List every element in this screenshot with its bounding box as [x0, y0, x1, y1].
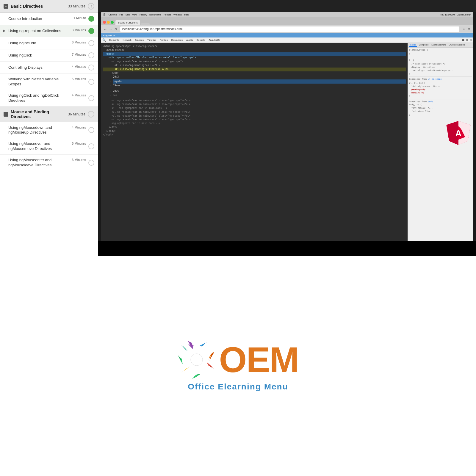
styles-tabs: Styles Computed Event Listeners DOM Brea…: [408, 43, 473, 48]
mac-menubar:  Chrome File Edit View History Bookmark…: [101, 12, 473, 18]
mac-time: Thu 11:00 AM: [440, 13, 455, 16]
tab-title: Scope Functions: [118, 21, 138, 24]
angular-badge: AngularJS: [103, 34, 115, 37]
code-line: <ul ng-repeat="car in main.cars" class="…: [103, 99, 406, 103]
devtools-tab-angularjs[interactable]: AngularJS: [207, 37, 221, 43]
collapse-icon-mouse[interactable]: −: [4, 112, 8, 117]
mac-user: David LaTour: [457, 13, 471, 16]
browser-tab-new[interactable]: [141, 23, 150, 25]
code-line: </html>: [103, 133, 406, 137]
mac-menu-window[interactable]: Window: [173, 13, 182, 16]
styles-tab-computed[interactable]: Computed: [418, 43, 430, 47]
mac-menu-chrome[interactable]: Chrome: [109, 13, 117, 16]
oem-brand-text: OEM: [219, 342, 298, 378]
settings-icon[interactable]: ⚙: [467, 27, 471, 31]
collapse-icon[interactable]: −: [4, 4, 8, 9]
mac-menu-help[interactable]: Help: [184, 13, 189, 16]
code-line: <head></head>: [103, 48, 406, 52]
section-mouse-binding[interactable]: − Mouse and Binding Directives 36 Minute…: [0, 107, 98, 122]
code-line: <ul ng-repeat="car in main.cars" class="…: [103, 114, 406, 118]
lesson-status-circle: [88, 160, 94, 166]
lesson-course-intro[interactable]: Course Introduction 1 Minute: [0, 13, 98, 25]
play-arrow-icon: [3, 29, 5, 32]
address-bar[interactable]: localhost:63342/angular-repeat/erb/index…: [120, 26, 459, 32]
section-progress-mouse: [88, 111, 94, 118]
mac-menu-file[interactable]: File: [119, 13, 123, 16]
bottom-section: OEM Office Elearning Menu: [0, 256, 476, 476]
code-line: <ul ng-repeat="car in main.cars" class="…: [103, 110, 406, 114]
svg-point-4: [191, 354, 203, 366]
devtools-tab-audits[interactable]: Audits: [185, 37, 194, 43]
lesson-ngmouseover[interactable]: Using ngMouseover and ngMousemove Direct…: [0, 138, 98, 155]
lesson-status-circle: [88, 16, 94, 22]
window-minimize-dot[interactable]: [107, 21, 110, 24]
lesson-nginclude[interactable]: Using ngInclude 6 Minutes: [0, 37, 98, 49]
lesson-name: Course Introduction: [8, 16, 71, 21]
code-line: <body>: [103, 52, 406, 56]
lesson-ngclick-ngdbl[interactable]: Using ngClick and ngDblClick Directives …: [0, 90, 98, 107]
lesson-status-circle: [88, 143, 94, 149]
lesson-ng-repeat[interactable]: Using ng-repeat on Collections 3 Minutes: [0, 25, 98, 37]
code-line: <ul ng-repeat="car in main.cars" class="…: [103, 118, 406, 122]
forward-button[interactable]: →: [109, 27, 112, 31]
lesson-name: Controlling Displays: [8, 65, 69, 70]
window-close-dot[interactable]: [103, 21, 106, 24]
browser-toolbar: ← → ↻ localhost:63342/angular-repeat/erb…: [101, 25, 473, 33]
code-panel: <html ng-app="myApp" class="ng-scope"> <…: [101, 43, 408, 248]
browser-tab-active[interactable]: Scope Functions: [115, 20, 140, 25]
lesson-status-circle: [88, 95, 94, 101]
devtools-tab-profiles[interactable]: Profiles: [158, 37, 169, 43]
styles-tab-styles[interactable]: Styles: [409, 43, 417, 47]
devtools-close-icon[interactable]: ✕: [469, 38, 472, 42]
lesson-ngclick[interactable]: Using ngClick 7 Minutes: [0, 49, 98, 62]
oem-letters: OEM: [219, 342, 298, 378]
star-icon[interactable]: ★: [462, 27, 466, 31]
mac-menu-right: Thu 11:00 AM David LaTour: [440, 13, 471, 16]
mac-menu-people[interactable]: People: [164, 13, 171, 16]
lesson-status-circle: [88, 28, 94, 34]
section-basic-directives[interactable]: − Basic Directives 33 Minutes: [0, 0, 98, 13]
browser-mockup:  Chrome File Edit View History Bookmark…: [101, 12, 473, 253]
lesson-name: Using ngMousedown and ngMouseup Directiv…: [8, 125, 69, 135]
mac-menu-edit[interactable]: Edit: [126, 13, 130, 16]
styles-tab-events[interactable]: Event Listeners: [430, 43, 447, 47]
devtools-dock-icon[interactable]: ◼: [462, 38, 464, 42]
lesson-duration: 5 Minutes: [72, 77, 86, 81]
lesson-name: Using ngClick: [8, 53, 69, 58]
devtools-gear-icon[interactable]: ⚙: [466, 38, 468, 42]
styles-tab-dom[interactable]: DOM Breakpoints: [448, 43, 466, 47]
devtools-tab-console[interactable]: Console: [195, 37, 206, 43]
devtools-tab-network[interactable]: Network: [121, 37, 133, 43]
mac-menu-view[interactable]: View: [132, 13, 137, 16]
devtools-tab-timeline[interactable]: Timeline: [146, 37, 158, 43]
code-line: <!-- end ngRepeat: car in main.cars -->: [103, 107, 406, 110]
code-line: </div>: [103, 126, 406, 129]
reload-button[interactable]: ↻: [114, 27, 117, 31]
sidebar: − Basic Directives 33 Minutes Course Int…: [0, 0, 98, 256]
lesson-ngmouseenter[interactable]: Using ngMouseenter and ngMouseleave Dire…: [0, 155, 98, 171]
code-line: <ul ng-repeat="car in main.cars" class="…: [103, 103, 406, 107]
code-line: 20/5 min: [109, 89, 406, 98]
mac-menu-history[interactable]: History: [140, 13, 147, 16]
lesson-duration: 4 Minutes: [72, 93, 86, 97]
lesson-ngmousedown[interactable]: Using ngMousedown and ngMouseup Directiv…: [0, 122, 98, 139]
section-duration-basic: 33 Minutes: [68, 4, 85, 8]
video-area:  Chrome File Edit View History Bookmark…: [98, 0, 476, 256]
devtools-search[interactable]: 🔍: [102, 38, 106, 42]
lesson-nested-scope[interactable]: Working with Nested Variable Scopes 5 Mi…: [0, 74, 98, 90]
back-button[interactable]: ←: [104, 27, 107, 31]
code-line: <ng nqRepeat: car in main.cars -->: [103, 122, 406, 126]
mac-menu-bookmarks[interactable]: Bookmarks: [149, 13, 161, 16]
lesson-name: Using ngInclude: [8, 41, 69, 46]
devtools-tab-elements[interactable]: Elements: [108, 37, 120, 43]
lesson-name: Using ngMouseenter and ngMouseleave Dire…: [8, 158, 69, 168]
devtools-tab-sources[interactable]: Sources: [134, 37, 145, 43]
code-line: </ul>: [103, 71, 406, 75]
window-maximize-dot[interactable]: [111, 21, 114, 24]
lesson-status-circle: [88, 40, 94, 46]
lesson-status-circle: [88, 52, 94, 58]
lesson-duration: 6 Minutes: [72, 142, 86, 145]
devtools-tab-resources[interactable]: Resources: [170, 37, 184, 43]
lesson-controlling[interactable]: Controlling Displays 4 Minutes: [0, 62, 98, 74]
lesson-name: Using ngMouseover and ngMousemove Direct…: [8, 141, 69, 151]
